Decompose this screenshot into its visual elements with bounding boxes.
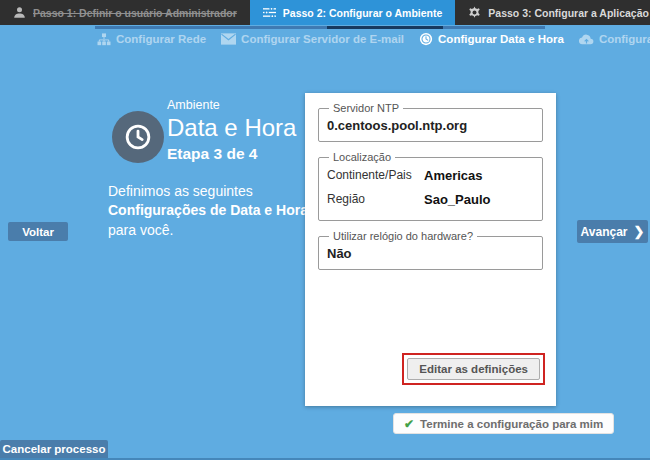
intro-heading: Ambiente Data e Hora Etapa 3 de 4 bbox=[167, 98, 296, 163]
red-annotation-box: Editar as definições bbox=[402, 353, 545, 385]
page-title: Data e Hora bbox=[167, 114, 296, 142]
wizard-progress-indicator bbox=[327, 26, 443, 29]
continent-row: Continente/Pais Americas bbox=[327, 165, 534, 189]
tab-step-1[interactable]: Passo 1: Definir o usuário Administrador bbox=[0, 0, 250, 25]
next-button[interactable]: Avançar ❯ bbox=[577, 220, 648, 243]
tab-step-3[interactable]: Passo 3: Configurar a Aplicação bbox=[455, 0, 650, 25]
section-kicker: Ambiente bbox=[167, 98, 296, 112]
setup-wizard-window: Passo 1: Definir o usuário Administrador… bbox=[0, 0, 650, 460]
continent-value: Americas bbox=[424, 168, 483, 183]
region-row: Região Sao_Paulo bbox=[327, 189, 534, 213]
tab-step-2[interactable]: Passo 2: Configurar o Ambiente bbox=[250, 0, 455, 25]
network-icon bbox=[97, 33, 111, 46]
finish-for-me-button[interactable]: ✔ Termine a configuração para mim bbox=[393, 413, 614, 434]
subnav-label: Configurar Servidor de E-mail bbox=[241, 33, 404, 45]
localization-legend: Localização bbox=[329, 151, 395, 163]
cloud-upload-icon bbox=[579, 33, 594, 45]
subnav-label: Configurar Rede bbox=[116, 33, 206, 45]
hardware-clock-fieldset: Utilizar relógio do hardware? Não bbox=[318, 230, 543, 270]
localization-fieldset: Localização Continente/Pais Americas Reg… bbox=[318, 151, 543, 221]
subnav-configurar-data-e-hora[interactable]: Configurar Data e Hora bbox=[419, 32, 564, 46]
intro-description: Definimos as seguintes Configurações de … bbox=[108, 182, 318, 240]
clock-badge-icon bbox=[112, 111, 164, 163]
user-icon bbox=[13, 6, 26, 19]
environment-subnav: Configurar Rede Configurar Servidor de E… bbox=[97, 32, 650, 46]
subnav-configurar-rede[interactable]: Configurar Rede bbox=[97, 33, 206, 46]
wizard-steps-bar: Passo 1: Definir o usuário Administrador… bbox=[0, 0, 650, 25]
subnav-configurar-email[interactable]: Configurar Servidor de E-mail bbox=[221, 33, 404, 45]
hardware-clock-legend: Utilizar relógio do hardware? bbox=[329, 230, 477, 242]
region-value: Sao_Paulo bbox=[424, 192, 490, 207]
ntp-server-legend: Servidor NTP bbox=[329, 102, 403, 114]
step-2-label: Passo 2: Configurar o Ambiente bbox=[283, 7, 442, 19]
check-icon: ✔ bbox=[404, 417, 414, 431]
datetime-settings-card: Servidor NTP 0.centoos.pool.ntp.org Loca… bbox=[305, 93, 556, 406]
cancel-process-button[interactable]: Cancelar processo bbox=[0, 440, 108, 458]
gear-icon bbox=[468, 6, 481, 19]
ntp-server-value: 0.centoos.pool.ntp.org bbox=[327, 116, 534, 134]
sliders-icon bbox=[263, 6, 276, 19]
step-counter: Etapa 3 de 4 bbox=[167, 145, 296, 163]
step-1-label: Passo 1: Definir o usuário Administrador bbox=[33, 7, 237, 19]
ntp-server-fieldset: Servidor NTP 0.centoos.pool.ntp.org bbox=[318, 102, 543, 142]
back-button[interactable]: Voltar bbox=[8, 222, 68, 241]
subnav-configurar-backup[interactable]: Configurar Backup bbox=[579, 33, 650, 45]
subnav-label: Configurar Backup bbox=[599, 33, 650, 45]
envelope-icon bbox=[221, 33, 236, 45]
region-label: Região bbox=[327, 192, 424, 207]
next-button-label: Avançar bbox=[581, 225, 628, 239]
clock-icon bbox=[419, 32, 433, 46]
edit-settings-button[interactable]: Editar as definições bbox=[407, 358, 540, 380]
subnav-label: Configurar Data e Hora bbox=[438, 33, 564, 45]
hardware-clock-value: Não bbox=[327, 244, 534, 262]
continent-label: Continente/Pais bbox=[327, 168, 424, 183]
finish-button-label: Termine a configuração para mim bbox=[420, 418, 603, 430]
wizard-progress-track bbox=[95, 26, 545, 29]
step-3-label: Passo 3: Configurar a Aplicação bbox=[488, 7, 649, 19]
chevron-right-icon: ❯ bbox=[634, 224, 645, 239]
